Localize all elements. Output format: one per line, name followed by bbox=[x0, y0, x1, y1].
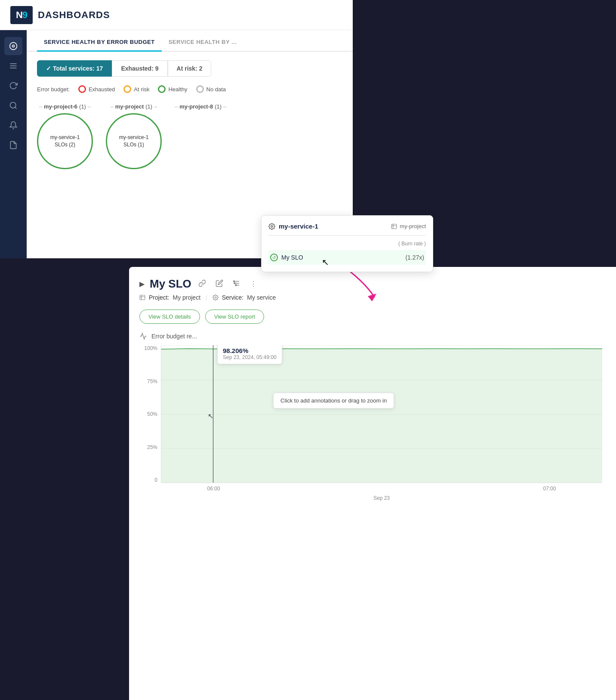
left-sidebar bbox=[0, 30, 27, 258]
mouse-cursor: ↖ bbox=[208, 412, 213, 420]
service-tooltip-popup: my-service-1 my-project ( Burn rate ) ↺ … bbox=[261, 215, 433, 272]
exhausted-value: 9 bbox=[155, 65, 159, 72]
x-date: Sep 23 bbox=[161, 495, 602, 501]
exhausted-legend-label: Exhausted bbox=[89, 86, 115, 93]
svg-point-16 bbox=[215, 297, 216, 298]
cursor-icon: ↖ bbox=[322, 257, 329, 267]
project-group-1: – my-project (1) – my-service-1 SLOs (1) bbox=[106, 103, 162, 169]
logo-accent: 9 bbox=[22, 9, 27, 21]
link-icon[interactable] bbox=[197, 278, 208, 291]
view-slo-details-button[interactable]: View SLO details bbox=[139, 310, 200, 324]
legend-healthy: Healthy bbox=[158, 85, 187, 93]
svg-point-0 bbox=[10, 43, 17, 50]
y-label-100: 100% bbox=[144, 345, 157, 351]
project-name-2: my-project-8 bbox=[179, 103, 213, 110]
project-meta-icon bbox=[139, 294, 145, 300]
legend-prefix: Error budget: bbox=[37, 86, 70, 93]
sidebar-item-search[interactable] bbox=[4, 96, 22, 115]
check-icon: ✓ bbox=[46, 65, 53, 72]
sidebar-item-report[interactable] bbox=[4, 136, 22, 154]
tooltip-project-name: my-project bbox=[391, 223, 426, 229]
main-content: ✓ Total services: 17 Exhausted: 9 At ris… bbox=[27, 52, 353, 258]
legend: Error budget: Exhausted At risk Healthy … bbox=[37, 85, 342, 93]
edit-icon[interactable] bbox=[214, 278, 225, 291]
project-name-0: my-project-6 bbox=[44, 103, 77, 110]
svg-point-5 bbox=[10, 102, 16, 108]
total-value: 17 bbox=[96, 65, 103, 72]
app-header: N9 DASHBOARDS bbox=[0, 0, 353, 30]
svg-point-7 bbox=[271, 226, 273, 227]
tooltip-value: 98.206% bbox=[223, 347, 277, 354]
chart-header: Error budget re... bbox=[139, 332, 602, 340]
total-label: Total services: bbox=[53, 65, 95, 72]
tooltip-project-label: my-project bbox=[400, 223, 426, 229]
sidebar-item-refresh[interactable] bbox=[4, 77, 22, 95]
chart-area-icon bbox=[139, 332, 147, 340]
project-group-2: – my-project-8 (1) – bbox=[175, 103, 226, 110]
slo-meta-row: Project: My project | Service: My servic… bbox=[139, 294, 602, 301]
service-circle-0[interactable]: my-service-1 SLOs (2) bbox=[37, 113, 93, 169]
tooltip-burn-rate-header: ( Burn rate ) bbox=[268, 241, 426, 247]
x-label-0700: 07:00 bbox=[543, 486, 556, 492]
tooltip-service-name: my-service-1 bbox=[268, 223, 318, 230]
filter-at-risk[interactable]: At risk: 2 bbox=[168, 60, 212, 77]
healthy-legend-label: Healthy bbox=[168, 86, 187, 93]
at-risk-value: 2 bbox=[199, 65, 203, 72]
chart-plot[interactable]: 98.206% Sep 23, 2024, 05:49:00 Click to … bbox=[161, 345, 602, 483]
slo-action-buttons: View SLO details View SLO report bbox=[139, 310, 602, 324]
slo-expand-icon[interactable]: ▶ bbox=[139, 280, 145, 288]
more-icon[interactable]: ⋮ bbox=[248, 278, 259, 290]
slo-title-row: ▶ My SLO ⋮ bbox=[139, 277, 602, 291]
settings-icon[interactable] bbox=[231, 278, 242, 291]
filter-exhausted[interactable]: Exhausted: 9 bbox=[112, 60, 167, 77]
tooltip-slo-row[interactable]: ↺ My SLO (1.27x) bbox=[268, 250, 426, 265]
exhausted-dot bbox=[78, 85, 86, 93]
service-text-1: my-service-1 SLOs (1) bbox=[119, 134, 149, 149]
service-text-0: my-service-1 SLOs (2) bbox=[50, 134, 80, 149]
legend-no-data: No data bbox=[196, 85, 226, 93]
healthy-dot bbox=[158, 85, 166, 93]
tab-bar: SERVICE HEALTH BY ERROR BUDGET SERVICE H… bbox=[27, 30, 353, 52]
y-axis: 100% 75% 50% 25% 0 bbox=[139, 345, 161, 483]
tab-service-health-error-budget[interactable]: SERVICE HEALTH BY ERROR BUDGET bbox=[37, 34, 162, 52]
project-label-0: – my-project-6 (1) – bbox=[39, 103, 91, 110]
x-axis: 06:00 07:00 bbox=[161, 486, 602, 492]
at-risk-legend-label: At risk bbox=[134, 86, 149, 93]
tooltip-timestamp: Sep 23, 2024, 05:49:00 bbox=[223, 354, 277, 360]
at-risk-label: At risk: bbox=[177, 65, 197, 72]
svg-point-14 bbox=[235, 285, 237, 286]
project-name-1: my-project bbox=[115, 103, 144, 110]
service-meta-value: My service bbox=[247, 294, 276, 301]
legend-exhausted: Exhausted bbox=[78, 85, 115, 93]
svg-rect-8 bbox=[391, 224, 397, 229]
view-slo-report-button[interactable]: View SLO report bbox=[205, 310, 264, 324]
svg-line-6 bbox=[15, 107, 17, 109]
x-label-0600: 06:00 bbox=[207, 486, 220, 492]
project-label-2: – my-project-8 (1) – bbox=[175, 103, 226, 110]
project-group-0: – my-project-6 (1) – my-service-1 SLOs (… bbox=[37, 103, 93, 169]
logo-container: N9 DASHBOARDS bbox=[10, 6, 110, 24]
y-label-25: 25% bbox=[147, 444, 157, 450]
chart-line-svg bbox=[161, 345, 602, 483]
top-panel: N9 DASHBOARDS bbox=[0, 0, 353, 258]
sidebar-item-dashboard[interactable] bbox=[4, 37, 22, 55]
project-count-1: (1) bbox=[145, 103, 152, 110]
project-count-0: (1) bbox=[79, 103, 86, 110]
tab-service-health-other[interactable]: SERVICE HEALTH BY ... bbox=[162, 34, 244, 52]
y-label-75: 75% bbox=[147, 378, 157, 384]
tooltip-slo-name: ↺ My SLO bbox=[270, 254, 303, 261]
service-meta-icon bbox=[213, 294, 219, 300]
tooltip-header: my-service-1 my-project bbox=[268, 223, 426, 235]
filter-total-services[interactable]: ✓ Total services: 17 bbox=[37, 60, 112, 77]
sidebar-item-bell[interactable] bbox=[4, 116, 22, 134]
annotation-hint-tooltip: Click to add annotations or drag to zoom… bbox=[273, 393, 394, 409]
no-data-legend-label: No data bbox=[206, 86, 226, 93]
sidebar-item-list[interactable] bbox=[4, 57, 22, 75]
slo-title: My SLO bbox=[150, 277, 191, 291]
exhausted-label: Exhausted: bbox=[121, 65, 153, 72]
service-settings-icon bbox=[268, 223, 275, 230]
slo-toolbar: ⋮ bbox=[197, 278, 259, 291]
service-circle-1[interactable]: my-service-1 SLOs (1) bbox=[106, 113, 162, 169]
project-meta-label: Project: bbox=[149, 294, 169, 301]
project-meta-value: My project bbox=[172, 294, 200, 301]
